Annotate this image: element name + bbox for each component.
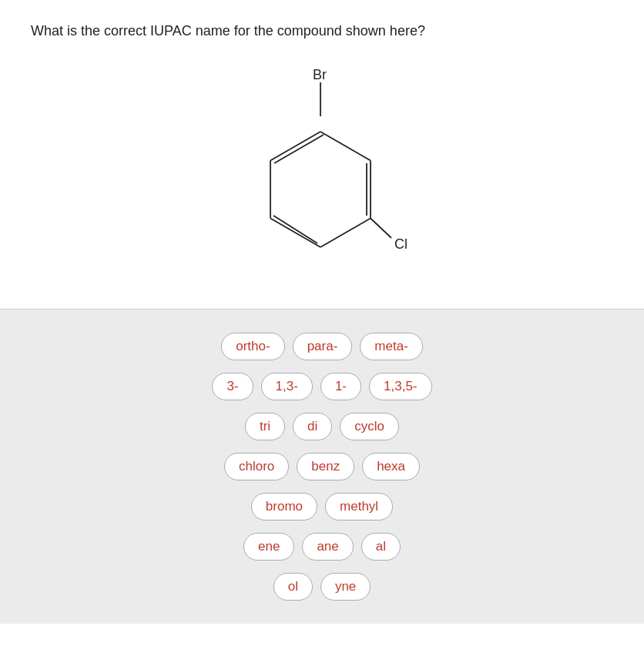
token-row-6: olyne [273,573,371,601]
token-row-4: bromomethyl [251,493,393,520]
svg-line-5 [270,219,320,248]
cl-label: Cl [394,236,408,252]
token-chloro[interactable]: chloro [224,453,289,480]
question-text: What is the correct IUPAC name for the c… [31,23,425,39]
svg-line-10 [371,219,391,239]
token-1[interactable]: 1- [320,373,361,400]
token-row-3: chlorobenzhexa [224,453,420,480]
token-row-2: tridicyclo [245,413,399,440]
token-1_3[interactable]: 1,3- [261,373,313,400]
svg-line-9 [274,135,324,163]
token-bromo[interactable]: bromo [251,493,317,520]
token-tri[interactable]: tri [245,413,285,440]
br-label: Br [313,67,327,82]
svg-line-6 [273,216,317,243]
token-methyl[interactable]: methyl [325,493,393,520]
molecule-svg: Br Cl [222,62,422,286]
token-ol[interactable]: ol [273,573,313,601]
token-meta[interactable]: meta- [360,333,422,360]
token-row-5: eneaneal [243,533,401,561]
token-row-1: 3-1,3-1-1,3,5- [212,373,431,400]
token-ortho[interactable]: ortho- [221,333,284,360]
token-ene[interactable]: ene [243,533,294,561]
token-ane[interactable]: ane [302,533,353,561]
token-di[interactable]: di [293,413,332,440]
question-section: What is the correct IUPAC name for the c… [0,0,644,309]
token-row-0: ortho-para-meta- [221,333,423,360]
token-al[interactable]: al [361,533,401,561]
molecule-container: Br Cl [31,62,613,286]
token-cyclo[interactable]: cyclo [340,413,399,440]
svg-line-4 [320,219,371,248]
token-1_3_5[interactable]: 1,3,5- [369,373,431,400]
svg-line-8 [270,132,320,161]
svg-line-1 [320,132,371,161]
token-benz[interactable]: benz [297,453,354,480]
answer-section: ortho-para-meta-3-1,3-1-1,3,5-tridicyclo… [0,310,644,624]
token-yne[interactable]: yne [320,573,371,601]
token-hexa[interactable]: hexa [362,453,420,480]
token-para[interactable]: para- [293,333,353,360]
token-3[interactable]: 3- [212,373,253,400]
